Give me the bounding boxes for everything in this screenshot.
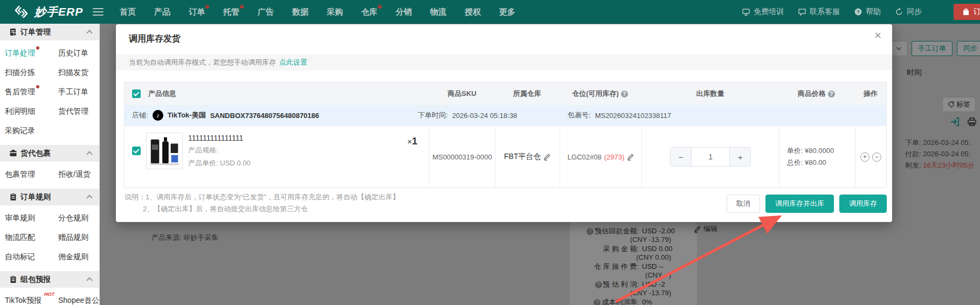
store-name: TikTok-美国	[168, 110, 206, 120]
subscribe-button[interactable]: 订	[954, 4, 980, 20]
add-row-icon[interactable]: +	[860, 153, 869, 162]
call-inventory-button[interactable]: 调用库存	[839, 195, 887, 213]
free-training-link[interactable]: 免费培训	[742, 7, 784, 17]
sidebar-item-review-rules[interactable]: 审单规则	[5, 209, 35, 228]
tiktok-icon: ♪	[153, 110, 163, 121]
nav-item-warehouse[interactable]: 仓库	[361, 7, 377, 17]
nav-item-authorization[interactable]: 授权	[465, 7, 481, 17]
menu-toggle-icon[interactable]	[93, 8, 103, 16]
order-management-icon	[9, 28, 17, 36]
decrease-button[interactable]: −	[671, 148, 691, 166]
order-info-row: 店铺: ♪ TikTok-美国 SANDBOX73764807564808701…	[125, 105, 886, 126]
chevron-up-icon	[86, 30, 92, 36]
sidebar-group-package-forecast[interactable]: 组包预报	[0, 271, 99, 288]
training-icon	[742, 8, 750, 16]
package-icon	[9, 149, 17, 157]
quantity-stepper: − 1 +	[670, 147, 751, 167]
sidebar-item-package-mgmt[interactable]: 包裹管理	[5, 165, 35, 184]
sidebar-item-logistics-matching[interactable]: 物流匹配	[5, 228, 35, 247]
slot-code: LGC02#08	[568, 153, 602, 161]
unit-price: ¥80.0000	[805, 147, 834, 155]
svg-text:?: ?	[857, 9, 860, 15]
sync-link[interactable]: 同步	[895, 7, 922, 17]
sidebar-item-history-orders[interactable]: 历史订单	[58, 44, 88, 63]
notification-dot	[36, 46, 39, 50]
notification-dot	[378, 5, 382, 9]
sidebar-item-purchase-records[interactable]: 采购记录	[5, 121, 35, 141]
sidebar-item-shopee-first-mile[interactable]: Shopee首公里	[58, 291, 100, 305]
app-logo-icon	[14, 4, 30, 19]
contact-support-link[interactable]: 联系客服	[798, 7, 840, 17]
nav-item-ads[interactable]: 广告	[258, 7, 274, 17]
sync-icon	[895, 8, 903, 16]
sidebar-item-auto-tagging[interactable]: 自动标记	[5, 247, 35, 267]
chevron-up-icon	[86, 151, 92, 157]
help-icon: ?	[854, 8, 862, 16]
sidebar-item-gift-rules[interactable]: 赠品规则	[58, 228, 88, 247]
col-action: 操作	[855, 89, 886, 99]
table-header-row: 产品信息 商品SKU 所属仓库 仓位(可用库存)? 出库数量 商品价格? 操作	[125, 82, 886, 105]
nav-item-more[interactable]: 更多	[499, 7, 515, 17]
product-image	[146, 133, 183, 169]
chat-icon	[798, 8, 806, 16]
notification-dot	[36, 85, 39, 88]
package-number: MS20260324102338117	[595, 112, 671, 120]
sidebar-item-commission-rules[interactable]: 佣金规则	[58, 247, 88, 267]
col-price: 商品价格	[798, 89, 826, 99]
app-logo-text: 妙手ERP	[34, 4, 83, 19]
available-stock: (2973)	[604, 153, 625, 161]
nav-item-data[interactable]: 数据	[292, 7, 308, 17]
sidebar-item-warehouse-split-rules[interactable]: 分仓规则	[58, 209, 88, 228]
sidebar-item-profit-detail[interactable]: 利润明细	[5, 102, 35, 121]
nav-item-logistics[interactable]: 物流	[430, 7, 446, 17]
sidebar-item-aftersales[interactable]: 售后管理	[5, 82, 35, 102]
sidebar-item-manual-orders[interactable]: 手工订单	[58, 82, 88, 102]
col-warehouse: 所属仓库	[495, 89, 560, 99]
edit-slot-icon[interactable]	[627, 154, 634, 161]
help-link[interactable]: ? 帮助	[854, 7, 881, 17]
edit-warehouse-icon[interactable]	[543, 154, 550, 161]
notification-dot	[240, 5, 244, 9]
product-table: 产品信息 商品SKU 所属仓库 仓位(可用库存)? 出库数量 商品价格? 操作 …	[124, 82, 887, 188]
notice-bar: 当前为自动调用库存模式，若您想手动调用库存 点此设置	[116, 54, 892, 71]
top-navbar: 妙手ERP 首页 产品 订单 托管 广告 数据 采购 仓库 分销 物流 授权 更…	[0, 0, 980, 24]
sidebar-group-order-management[interactable]: 订单管理	[0, 24, 99, 40]
warehouse-name: FBT平台仓	[504, 152, 541, 162]
question-icon[interactable]: ?	[828, 91, 835, 98]
sidebar-item-order-processing[interactable]: 订单处理	[5, 44, 35, 63]
order-time: 2026-03-24 05:18:38	[452, 112, 517, 120]
setting-link[interactable]: 点此设置	[279, 58, 307, 67]
sku-cell: MS00000319-0000	[429, 126, 495, 188]
row-checkbox[interactable]	[132, 147, 141, 155]
modal-title: 调用库存发货	[129, 33, 181, 45]
select-all-checkbox[interactable]	[132, 89, 141, 98]
close-icon[interactable]: ×	[874, 30, 881, 41]
sidebar-group-items: 订单处理 历史订单 扫描分拣 扫描发货 售后管理 手工订单 利润明细 货代管理 …	[0, 40, 99, 145]
sidebar-item-rejected-returns[interactable]: 拒收/退货	[58, 165, 91, 184]
nav-item-orders[interactable]: 订单	[189, 7, 205, 17]
sidebar-group-forwarder-packages[interactable]: 货代包裹	[0, 145, 99, 162]
main-nav: 首页 产品 订单 托管 广告 数据 采购 仓库 分销 物流 授权 更多	[120, 7, 515, 17]
sidebar-item-forwarder-mgmt[interactable]: 货代管理	[58, 102, 88, 121]
nav-item-hosting[interactable]: 托管	[223, 7, 239, 17]
quantity-input[interactable]: 1	[691, 148, 730, 166]
sidebar-item-scan-shipping[interactable]: 扫描发货	[58, 63, 88, 82]
sidebar-group-order-rules[interactable]: 订单规则	[0, 189, 99, 205]
question-icon[interactable]: ?	[621, 91, 628, 98]
nav-item-products[interactable]: 产品	[154, 7, 170, 17]
nav-item-home[interactable]: 首页	[120, 7, 136, 17]
sidebar-group-items: 审单规则 分仓规则 物流匹配 赠品规则 自动标记 佣金规则	[0, 205, 99, 271]
chevron-up-icon	[86, 195, 92, 200]
nav-item-purchase[interactable]: 采购	[327, 7, 343, 17]
increase-button[interactable]: +	[730, 148, 750, 166]
sidebar-item-scan-sorting[interactable]: 扫描分拣	[5, 63, 35, 82]
col-slot: 仓位(可用库存)	[572, 89, 619, 99]
chevron-up-icon	[86, 277, 92, 283]
app-logo: 妙手ERP	[0, 4, 91, 19]
col-product-info: 产品信息	[148, 89, 176, 99]
clipboard-icon	[9, 275, 17, 283]
total-price: ¥80.00	[805, 158, 826, 167]
nav-item-distribution[interactable]: 分销	[396, 7, 412, 17]
sidebar-item-tiktok-forecast[interactable]: TikTok预报HOT	[5, 291, 42, 305]
remove-row-icon[interactable]: −	[872, 153, 881, 162]
